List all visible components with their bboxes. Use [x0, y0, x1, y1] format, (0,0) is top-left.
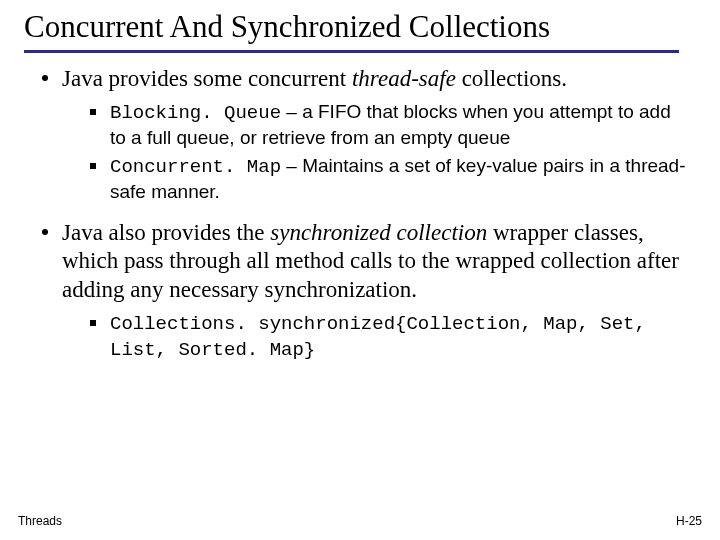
bullet-dot-icon [42, 75, 48, 81]
sub-item: Blocking. Queue – a FIFO that blocks whe… [88, 100, 690, 150]
slide-title: Concurrent And Synchronized Collections [24, 10, 696, 44]
body: Java provides some concurrent thread-saf… [0, 65, 720, 362]
sub-list: Blocking. Queue – a FIFO that blocks whe… [88, 100, 690, 205]
bullet-item: Java also provides the synchronized coll… [38, 219, 690, 305]
code-term: Blocking. Queue [110, 102, 281, 124]
title-area: Concurrent And Synchronized Collections [0, 0, 720, 50]
square-bullet-icon [90, 109, 96, 115]
sub-item: Concurrent. Map – Maintains a set of key… [88, 154, 690, 204]
bullet-text-lead: Java also provides the [62, 220, 270, 245]
bullet-text-tail: collections. [456, 66, 567, 91]
bullet-text-lead: Java provides some concurrent [62, 66, 352, 91]
sub-item: Collections. synchronized{Collection, Ma… [88, 311, 690, 362]
bullet-text-emph: thread-safe [352, 66, 456, 91]
square-bullet-icon [90, 163, 96, 169]
footer-left: Threads [18, 514, 62, 528]
square-bullet-icon [90, 320, 96, 326]
bullet-dot-icon [42, 229, 48, 235]
bullet-text-emph: synchronized collection [270, 220, 487, 245]
slide: Concurrent And Synchronized Collections … [0, 0, 720, 540]
code-term: Concurrent. Map [110, 156, 281, 178]
code-term: Collections. synchronized{Collection, Ma… [110, 313, 646, 361]
title-rule [24, 50, 679, 53]
footer-right: H-25 [676, 514, 702, 528]
bullet-item: Java provides some concurrent thread-saf… [38, 65, 690, 94]
sub-list: Collections. synchronized{Collection, Ma… [88, 311, 690, 362]
